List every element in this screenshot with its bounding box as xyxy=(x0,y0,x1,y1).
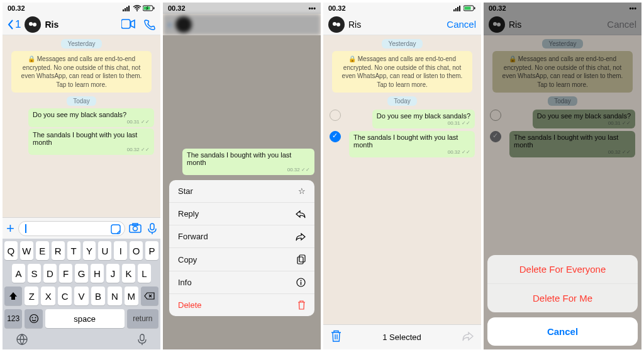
delete-button[interactable] xyxy=(331,330,341,345)
avatar[interactable] xyxy=(25,16,41,33)
emoji-key[interactable] xyxy=(25,309,42,328)
message-bubble[interactable]: The sandals I bought with you last month… xyxy=(28,128,154,155)
key[interactable]: Z xyxy=(25,287,38,305)
menu-copy[interactable]: Copy xyxy=(169,248,314,271)
key[interactable]: D xyxy=(43,264,57,283)
key[interactable]: R xyxy=(52,241,65,260)
svg-rect-15 xyxy=(150,224,154,230)
signal-icon xyxy=(123,5,131,11)
svg-point-24 xyxy=(301,280,302,281)
key[interactable]: B xyxy=(91,287,105,305)
status-icons xyxy=(123,5,155,11)
message-bubble[interactable]: The sandals I bought with you last month… xyxy=(349,131,475,157)
chat-area[interactable]: Yesterday 🔒 Messages and calls are end-t… xyxy=(323,35,481,324)
selectable-row[interactable]: The sandals I bought with you last month… xyxy=(323,130,481,159)
chat-header: ‹ xyxy=(163,14,321,35)
svg-rect-26 xyxy=(453,9,455,11)
svg-rect-1 xyxy=(125,8,126,11)
key[interactable]: A xyxy=(12,264,25,283)
svg-point-13 xyxy=(133,226,138,230)
key[interactable]: I xyxy=(114,241,127,260)
key[interactable]: O xyxy=(130,241,143,260)
reply-icon xyxy=(296,210,306,219)
return-key[interactable]: return xyxy=(127,309,158,328)
key[interactable]: V xyxy=(74,287,88,305)
status-bar: 00.32 xyxy=(323,3,481,14)
select-radio-on[interactable] xyxy=(330,131,341,142)
mic-icon[interactable] xyxy=(148,223,157,234)
space-key[interactable]: space xyxy=(45,309,125,328)
svg-rect-0 xyxy=(123,9,124,11)
key[interactable]: J xyxy=(106,264,119,283)
menu-star[interactable]: Star☆ xyxy=(169,180,314,203)
dictate-icon[interactable] xyxy=(137,333,147,346)
svg-rect-20 xyxy=(140,334,144,341)
key[interactable]: G xyxy=(75,264,88,283)
selectable-row[interactable]: Do you see my black sandals?00.31 ✓✓ xyxy=(323,108,481,130)
svg-point-17 xyxy=(31,317,33,319)
key[interactable]: S xyxy=(28,264,41,283)
attach-button[interactable]: + xyxy=(6,220,14,237)
back-button[interactable]: 1 xyxy=(8,18,21,31)
key[interactable]: K xyxy=(122,264,135,283)
svg-point-34 xyxy=(336,23,340,26)
key[interactable]: P xyxy=(145,241,158,260)
menu-reply[interactable]: Reply xyxy=(169,203,314,225)
cancel-button[interactable]: Cancel xyxy=(447,19,476,30)
clock: 00.32 xyxy=(328,4,346,12)
key[interactable]: L xyxy=(138,264,151,283)
chevron-left-icon xyxy=(8,20,14,30)
select-radio-off[interactable] xyxy=(330,110,341,121)
key[interactable]: Q xyxy=(4,241,18,260)
sticker-icon[interactable] xyxy=(111,224,121,237)
encryption-notice[interactable]: 🔒 Messages and calls are end-to-end encr… xyxy=(11,51,152,93)
action-sheet-group: Delete For Everyone Delete For Me xyxy=(487,255,638,312)
menu-forward[interactable]: Forward xyxy=(169,225,314,248)
delete-for-me-button[interactable]: Delete For Me xyxy=(487,284,638,312)
numeric-key[interactable]: 123 xyxy=(4,309,22,328)
key[interactable]: X xyxy=(41,287,55,305)
key[interactable]: T xyxy=(67,241,80,260)
svg-rect-27 xyxy=(455,8,457,11)
info-icon xyxy=(296,278,306,287)
key[interactable]: M xyxy=(125,287,138,305)
message-bubble[interactable]: Do you see my black sandals? 00.31 ✓✓ xyxy=(28,108,154,127)
voice-call-icon[interactable] xyxy=(144,19,155,30)
key[interactable]: U xyxy=(98,241,111,260)
battery-icon xyxy=(143,5,155,11)
chat-area[interactable]: Yesterday 🔒 Messages and calls are end-t… xyxy=(3,35,160,217)
message-bubble-focused: The sandals I bought with you last month… xyxy=(182,149,314,175)
action-sheet-cancel-button[interactable]: Cancel xyxy=(487,317,638,346)
svg-point-8 xyxy=(29,22,33,26)
avatar[interactable] xyxy=(328,16,345,33)
video-call-icon[interactable] xyxy=(121,19,135,29)
key[interactable]: N xyxy=(108,287,121,305)
key[interactable]: W xyxy=(20,241,33,260)
message-input[interactable] xyxy=(18,221,125,236)
contact-name[interactable]: Ris xyxy=(348,20,443,30)
delete-for-everyone-button[interactable]: Delete For Everyone xyxy=(487,255,638,284)
globe-icon[interactable] xyxy=(16,333,28,346)
key[interactable]: H xyxy=(91,264,104,283)
selection-count: 1 Selected xyxy=(341,332,462,342)
shift-key[interactable] xyxy=(4,287,22,305)
svg-rect-28 xyxy=(457,7,458,11)
action-sheet: Delete For Everyone Delete For Me Cancel xyxy=(487,255,638,346)
context-menu: Star☆ Reply Forward Copy Info Delete xyxy=(169,180,314,316)
date-pill: Yesterday xyxy=(382,39,422,48)
message-text: The sandals I bought with you last month xyxy=(33,131,137,146)
date-pill: Today xyxy=(387,96,417,106)
svg-rect-29 xyxy=(459,6,460,11)
key[interactable]: C xyxy=(58,287,72,305)
contact-name[interactable]: Ris xyxy=(45,20,118,30)
screen-chat-keyboard: 00.32 1 Ris Yesterday 🔒 Messages and cal… xyxy=(3,3,160,349)
camera-icon[interactable] xyxy=(129,223,142,233)
menu-delete[interactable]: Delete xyxy=(169,294,314,316)
key[interactable]: F xyxy=(59,264,72,283)
message-bubble[interactable]: Do you see my black sandals?00.31 ✓✓ xyxy=(372,110,475,128)
key[interactable]: E xyxy=(36,241,49,260)
key[interactable]: Y xyxy=(83,241,96,260)
svg-rect-10 xyxy=(121,20,130,28)
backspace-key[interactable] xyxy=(141,287,158,305)
menu-info[interactable]: Info xyxy=(169,271,314,294)
